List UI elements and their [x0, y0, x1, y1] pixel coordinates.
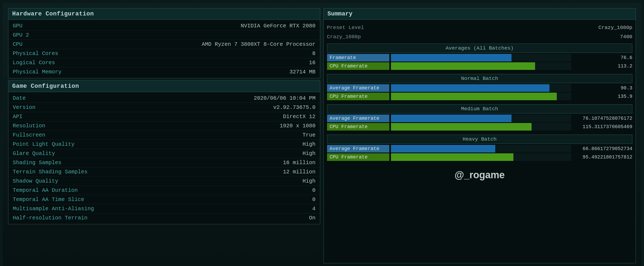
row-label: Temporal AA Duration: [13, 187, 78, 193]
row-label: Temporal AA Time Slice: [13, 196, 84, 203]
bar-label: Framerate: [327, 54, 389, 61]
row-value: NVIDIA GeForce RTX 2080: [241, 23, 315, 29]
row-label: Physical Memory: [13, 69, 62, 75]
row-value: High: [302, 178, 315, 184]
table-row: Temporal AA Time Slice0: [8, 195, 320, 204]
game-section: Game Configuration Date2020/06/06 10:04 …: [8, 80, 320, 224]
heavy-header: Heavy Batch: [327, 135, 633, 144]
bar-track: [391, 62, 571, 70]
row-label: Resolution: [13, 123, 45, 129]
bar-value: 135.9: [573, 94, 632, 99]
normal-section: Normal Batch Average Framerate 90.3 CPU …: [327, 74, 633, 101]
bar-row: Average Framerate 66.86617279052734: [327, 145, 633, 153]
left-panel: Hardware Configuration GPUNVIDIA GeForce…: [8, 8, 320, 263]
bar-fill: [391, 54, 512, 61]
bar-fill: [391, 123, 532, 131]
row-value: High: [302, 150, 315, 157]
row-label: Point Light Quality: [13, 141, 75, 147]
hardware-header: Hardware Configuration: [8, 8, 320, 20]
bar-fill: [391, 153, 514, 161]
bar-label: CPU Framerate: [327, 62, 389, 70]
row-label: Logical Cores: [13, 60, 55, 66]
bar-row: Average Framerate 90.3: [327, 84, 633, 92]
bar-value: 76.10747528076172: [573, 116, 632, 121]
preset-level-row: Preset Level Crazy_1080p: [327, 24, 633, 31]
bar-label: Average Framerate: [327, 115, 389, 122]
bar-track: [391, 145, 571, 153]
row-value: 1920 x 1080: [280, 123, 315, 129]
bar-track: [391, 84, 571, 92]
row-value: 12 million: [283, 169, 315, 175]
preset-name: Crazy_1080p: [327, 34, 361, 40]
row-value: AMD Ryzen 7 3800XT 8-Core Processor: [202, 41, 315, 47]
averages-section: Averages (All Batches) Framerate 76.6 CP…: [327, 44, 633, 71]
table-row: Resolution1920 x 1080: [8, 121, 320, 131]
right-header: Summary: [324, 8, 636, 20]
game-content: Date2020/06/06 10:04 PMVersionv2.92.7367…: [8, 92, 320, 224]
bar-value: 95.49221801757812: [573, 154, 632, 160]
row-label: Physical Cores: [13, 50, 58, 57]
row-value: 0: [312, 187, 315, 193]
row-label: Glare Quality: [13, 150, 55, 157]
bar-fill: [391, 115, 512, 122]
bar-label: CPU Framerate: [327, 153, 389, 161]
row-label: Terrain Shading Samples: [13, 169, 88, 175]
row-value: DirectX 12: [283, 113, 315, 120]
row-value: 32714 MB: [289, 69, 315, 75]
heavy-bars: Average Framerate 66.86617279052734 CPU …: [327, 145, 633, 161]
hardware-content: GPUNVIDIA GeForce RTX 2080GPU 2CPUAMD Ry…: [8, 20, 320, 78]
averages-bars: Framerate 76.6 CPU Framerate 113.2: [327, 54, 633, 70]
table-row: Temporal AA Duration0: [8, 186, 320, 195]
averages-header: Averages (All Batches): [327, 44, 633, 53]
preset-level-label: Preset Level: [327, 25, 364, 31]
watermark: @_rogame: [327, 164, 633, 186]
table-row: Shadow QualityHigh: [8, 177, 320, 186]
row-value: On: [309, 215, 315, 221]
row-value: 16: [309, 60, 315, 66]
table-row: GPUNVIDIA GeForce RTX 2080: [8, 21, 320, 31]
bar-label: Average Framerate: [327, 84, 389, 92]
row-label: Fullscreen: [13, 132, 45, 138]
bar-label: Average Framerate: [327, 145, 389, 153]
row-label: CPU: [13, 41, 22, 47]
bar-row: Framerate 76.6: [327, 54, 633, 61]
bar-value: 66.86617279052734: [573, 146, 632, 151]
row-value: 0: [312, 196, 315, 203]
row-value: v2.92.73675.0: [273, 104, 315, 111]
table-row: Logical Cores16: [8, 58, 320, 67]
table-row: Point Light QualityHigh: [8, 140, 320, 149]
medium-header: Medium Batch: [327, 104, 633, 113]
bar-fill: [391, 84, 550, 92]
table-row: Physical Cores8: [8, 49, 320, 58]
row-label: Date: [13, 95, 26, 101]
bar-fill: [391, 62, 535, 70]
row-label: API: [13, 113, 22, 120]
bar-row: CPU Framerate 113.2: [327, 62, 633, 70]
table-row: Glare QualityHigh: [8, 149, 320, 158]
row-label: Half-resolution Terrain: [13, 215, 88, 221]
table-row: Physical Memory32714 MB: [8, 67, 320, 76]
bar-value: 113.2: [573, 63, 632, 69]
row-value: 4: [312, 206, 315, 212]
bar-label: CPU Framerate: [327, 93, 389, 100]
row-label: Shading Samples: [13, 160, 62, 166]
table-row: GPU 2: [8, 31, 320, 40]
summary-content: Preset Level Crazy_1080p Crazy_1080p 740…: [324, 22, 636, 188]
bar-label: CPU Framerate: [327, 123, 389, 131]
main-container: Hardware Configuration GPUNVIDIA GeForce…: [8, 8, 636, 263]
normal-bars: Average Framerate 90.3 CPU Framerate 135…: [327, 84, 633, 100]
preset-name-row: Crazy_1080p 7400: [327, 33, 633, 40]
row-value: 16 million: [283, 160, 315, 166]
bar-value: 90.3: [573, 85, 632, 91]
game-header: Game Configuration: [8, 81, 320, 92]
preset-level-value: Crazy_1080p: [598, 25, 632, 31]
row-label: Shadow Quality: [13, 178, 58, 184]
table-row: Date2020/06/06 10:04 PM: [8, 94, 320, 103]
table-row: CPUAMD Ryzen 7 3800XT 8-Core Processor: [8, 40, 320, 49]
heavy-section: Heavy Batch Average Framerate 66.8661727…: [327, 135, 633, 162]
preset-score: 7400: [620, 34, 632, 40]
outer-wrapper: Hardware Configuration GPUNVIDIA GeForce…: [3, 3, 641, 266]
table-row: Half-resolution TerrainOn: [8, 213, 320, 222]
bar-track: [391, 123, 571, 131]
row-value: 8: [312, 50, 315, 57]
